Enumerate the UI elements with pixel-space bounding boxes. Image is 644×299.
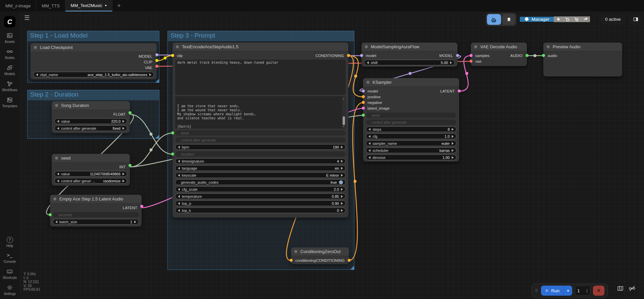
port-clip-in[interactable] [171, 54, 174, 57]
decrement-icon[interactable] [57, 127, 59, 130]
port-model-out[interactable] [456, 54, 459, 57]
widget-control-after-generate[interactable]: control after generate [175, 137, 346, 143]
widget-batch-size[interactable]: batch_size 1 [53, 219, 139, 225]
sidebar-item-models[interactable]: Models [0, 64, 19, 76]
group-step2-title[interactable]: Step 2 - Duration [28, 90, 159, 100]
widget-duration-input[interactable]: duration [175, 151, 346, 157]
port-vae-out[interactable] [155, 65, 158, 68]
node-conditioning-zero-out[interactable]: ConditioningZeroOut conditioningCONDITIO… [291, 247, 349, 264]
port-seed-in[interactable] [362, 114, 365, 117]
widget-seed-input[interactable]: seed [366, 112, 456, 118]
search-nodes-button[interactable] [563, 16, 572, 22]
widget-shift[interactable]: shift 5.00 [364, 60, 455, 65]
group-step1-title[interactable]: Step 1 - Load Model [28, 31, 159, 41]
node-preview-audio[interactable]: Preview Audio audio [543, 43, 622, 76]
port-model-in[interactable] [360, 54, 363, 57]
increment-icon[interactable] [122, 173, 125, 175]
scrollbar[interactable]: ▲ ▼ [342, 97, 345, 128]
tab-mm-z-image[interactable]: MM_z-image [0, 0, 36, 11]
drag-handle-icon[interactable]: ⠿ [535, 288, 538, 293]
decrement-icon[interactable] [55, 221, 57, 223]
node-load-checkpoint[interactable]: Load Checkpoint MODEL CLIP VAE ckpt_name… [31, 43, 157, 79]
widget-timesignature[interactable]: timesignature 4 [175, 158, 346, 164]
step-up-icon[interactable]: ▲ [586, 288, 588, 291]
lyrics-textarea[interactable]: I am the storm that never ends, I am the… [175, 96, 346, 129]
collapse-dot[interactable] [53, 197, 56, 200]
decrement-icon[interactable] [57, 173, 59, 175]
tab-mm-tts[interactable]: MM_TTS [36, 0, 65, 11]
collapse-dot[interactable] [34, 46, 37, 49]
tab-mm-text2music[interactable]: MM_Text2Music ● [65, 0, 112, 11]
port-latent-out[interactable] [140, 205, 143, 208]
widget-top-p[interactable]: top_p 0.90 [175, 200, 346, 206]
port-clip-out[interactable] [155, 59, 158, 62]
port-model-in[interactable] [362, 89, 365, 93]
group-resize-handle[interactable] [155, 79, 159, 82]
sidebar-item-assets[interactable]: Assets [0, 32, 19, 44]
toggle-knob[interactable] [339, 180, 343, 184]
sidebar-item-workflows[interactable]: Workflows [0, 80, 19, 92]
batch-count-stepper[interactable]: 1 ▲▼ [575, 286, 590, 296]
toggle-panel-button[interactable] [630, 14, 642, 24]
widget-value[interactable]: value 220.0 [54, 118, 127, 124]
increment-icon[interactable] [134, 221, 136, 223]
collapse-dot[interactable] [55, 104, 58, 107]
widget-denoise[interactable]: denoise 1.00 [366, 155, 456, 160]
widget-cfg-scale[interactable]: cfg_scale 2.0 [175, 186, 346, 192]
port-vae-in[interactable] [469, 60, 473, 63]
sidebar-item-shortcuts[interactable]: Shortcuts [0, 268, 19, 280]
node-canvas[interactable]: Step 1 - Load Model Step 2 - Duration St… [0, 0, 644, 299]
widget-temperature[interactable]: temperature 0.85 [175, 193, 346, 199]
widget-scheduler[interactable]: scheduler karras [366, 147, 456, 153]
decrement-icon[interactable] [57, 120, 59, 123]
widget-generate-audio-codes[interactable]: generate_audio_codes true [175, 179, 346, 185]
port-seconds-in[interactable] [49, 213, 52, 216]
widget-steps[interactable]: steps 8 [366, 126, 456, 132]
toggle-links-button[interactable] [629, 285, 636, 293]
port-int-out[interactable] [129, 164, 132, 167]
port-model-out[interactable] [155, 53, 158, 56]
manager-button[interactable]: Manager [520, 17, 554, 22]
search-models-button[interactable] [572, 16, 581, 22]
sidebar-item-help[interactable]: ? Help [0, 237, 19, 248]
port-seed-in[interactable] [171, 131, 174, 134]
port-conditioning-out[interactable] [347, 54, 350, 57]
widget-top-k[interactable]: top_k 0 [175, 207, 346, 213]
group-resize-handle[interactable] [155, 135, 159, 138]
node-ksampler[interactable]: KSampler modelLATENT positive negative l… [363, 78, 459, 162]
widget-sampler-name[interactable]: sampler_name euler [366, 140, 456, 146]
node-song-duration[interactable]: Song Duration FLOAT value 220.0 control … [52, 101, 130, 133]
port-conditioning-out[interactable] [348, 259, 351, 262]
widget-bpm[interactable]: bpm 190 [175, 144, 346, 150]
active-jobs-badge[interactable]: 0 active [600, 14, 626, 24]
bookmark-button[interactable] [502, 14, 515, 25]
sidebar-item-nodes[interactable]: Nodes [0, 48, 19, 60]
node-vae-decode[interactable]: VAE Decode Audio samplesAUDIO vae [471, 43, 527, 66]
widget-seconds-input[interactable]: seconds [53, 212, 139, 218]
port-audio-out[interactable] [526, 54, 529, 57]
port-conditioning-in[interactable] [290, 259, 293, 262]
widget-value[interactable]: value 112407008549866 [54, 171, 127, 177]
star-button[interactable]: ★ [554, 16, 563, 22]
new-workflow-button[interactable]: + [112, 0, 126, 11]
scroll-up-icon[interactable]: ▲ [343, 97, 344, 101]
menu-icon[interactable]: ☰ [24, 14, 32, 21]
collapse-dot[interactable] [176, 45, 179, 48]
widget-seed-input[interactable]: seed [175, 130, 346, 136]
collapse-dot[interactable] [366, 81, 369, 84]
widget-control-after-generate[interactable]: control after generate fixed [54, 125, 127, 131]
node-empty-latent-audio[interactable]: Empty Ace Step 1.5 Latent Audio LATENT s… [50, 195, 142, 227]
sidebar-item-console[interactable]: >_ Console [0, 252, 19, 263]
increment-icon[interactable] [149, 73, 151, 76]
sidebar-item-settings[interactable]: Settings [0, 284, 19, 296]
run-button[interactable]: Run [541, 286, 564, 296]
port-samples-in[interactable] [469, 54, 473, 57]
group-resize-handle[interactable] [350, 266, 354, 270]
comfyui-logo[interactable]: C [4, 16, 15, 27]
collapse-dot[interactable] [55, 157, 58, 160]
scrollbar-thumb[interactable] [343, 116, 345, 125]
widget-language[interactable]: language en [175, 165, 346, 171]
widget-ckpt-name[interactable]: ckpt_name ace_step_1.5_turbo_aio.safeten… [33, 72, 154, 77]
run-options-button[interactable]: ▾ [563, 286, 572, 296]
port-negative-in[interactable] [362, 101, 365, 104]
